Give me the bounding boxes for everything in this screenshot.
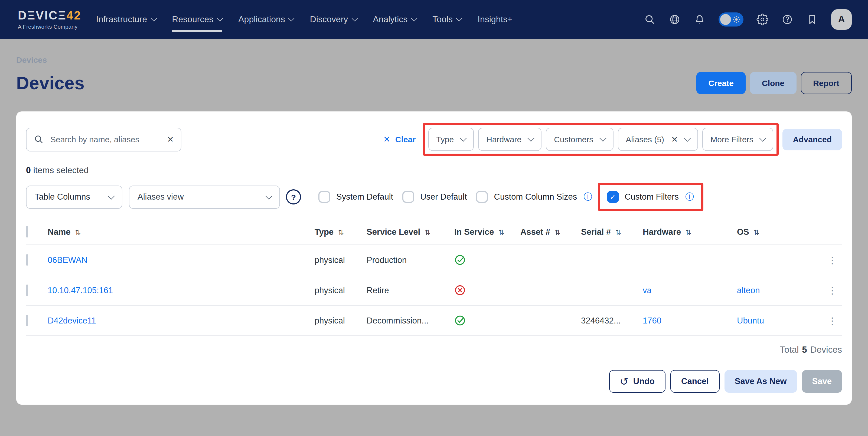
filter-aliases[interactable]: Aliases (5)✕ bbox=[618, 128, 698, 151]
filter-more[interactable]: More Filters bbox=[702, 128, 773, 151]
toggle-knob bbox=[720, 14, 731, 25]
filter-type[interactable]: Type bbox=[428, 128, 474, 151]
sun-icon bbox=[731, 14, 742, 25]
menu-insights[interactable]: Insights+ bbox=[477, 14, 513, 24]
menu-discovery[interactable]: Discovery bbox=[310, 14, 356, 24]
selected-count: 0 bbox=[26, 166, 31, 175]
device-os-link[interactable]: alteon bbox=[737, 286, 823, 295]
total-count: 5 bbox=[802, 344, 807, 355]
chevron-down-icon bbox=[760, 135, 766, 141]
gear-icon[interactable] bbox=[756, 13, 768, 26]
advanced-button[interactable]: Advanced bbox=[783, 129, 842, 150]
column-header-serial[interactable]: Serial #⇅ bbox=[581, 227, 643, 237]
system-default-checkbox[interactable] bbox=[318, 191, 330, 203]
row-menu-icon[interactable]: ⋮ bbox=[823, 285, 842, 296]
search-icon[interactable] bbox=[644, 13, 656, 26]
sort-icon[interactable]: ⇅ bbox=[75, 228, 81, 236]
bookmark-icon[interactable] bbox=[806, 13, 818, 26]
device-os-link[interactable]: Ubuntu bbox=[737, 316, 823, 325]
column-header-hardware[interactable]: Hardware⇅ bbox=[643, 227, 737, 237]
remove-filter-icon[interactable]: ✕ bbox=[671, 135, 678, 143]
sort-icon[interactable]: ⇅ bbox=[338, 228, 344, 236]
card-footer-actions: ↺Undo Cancel Save As New Save bbox=[26, 370, 842, 393]
custom-column-sizes-checkbox[interactable] bbox=[476, 191, 488, 203]
menu-tools[interactable]: Tools bbox=[432, 14, 461, 24]
filter-customers[interactable]: Customers bbox=[546, 128, 613, 151]
device-name-link[interactable]: 10.10.47.105:161 bbox=[48, 286, 315, 295]
search-input[interactable] bbox=[49, 134, 162, 144]
create-button[interactable]: Create bbox=[696, 72, 746, 94]
device-service-level: Retire bbox=[367, 286, 454, 295]
chevron-down-icon bbox=[217, 15, 223, 22]
theme-toggle[interactable] bbox=[718, 12, 743, 27]
undo-icon: ↺ bbox=[620, 375, 628, 387]
app-root: DΞVICΞ42 A Freshworks Company Infrastruc… bbox=[0, 0, 868, 436]
menu-applications[interactable]: Applications bbox=[238, 14, 294, 24]
view-select-dropdown[interactable]: Aliases view bbox=[129, 185, 280, 208]
help-circle-icon[interactable]: ? bbox=[286, 189, 301, 204]
help-icon[interactable] bbox=[781, 13, 793, 26]
info-icon[interactable]: ⓘ bbox=[685, 193, 694, 201]
chevron-down-icon bbox=[351, 15, 358, 22]
row-checkbox[interactable] bbox=[26, 284, 28, 296]
sort-icon[interactable]: ⇅ bbox=[753, 228, 760, 236]
column-header-os[interactable]: OS⇅ bbox=[737, 227, 823, 237]
device-service-level: Decommission... bbox=[367, 316, 454, 325]
row-checkbox[interactable] bbox=[26, 254, 28, 265]
devices-table: Name⇅ Type⇅ Service Level⇅ In Service⇅ A… bbox=[26, 220, 842, 336]
row-menu-icon[interactable]: ⋮ bbox=[823, 255, 842, 265]
save-button[interactable]: Save bbox=[802, 370, 842, 393]
top-nav: DΞVICΞ42 A Freshworks Company Infrastruc… bbox=[0, 0, 868, 39]
devices-card: ✕ ✕ Clear Type Hardware Customers Aliase… bbox=[16, 111, 852, 405]
device42-logo[interactable]: DΞVICΞ42 A Freshworks Company bbox=[18, 9, 82, 30]
chevron-down-icon bbox=[684, 135, 691, 141]
report-button[interactable]: Report bbox=[801, 72, 852, 94]
total-devices: Total 5 Devices bbox=[26, 344, 842, 355]
table-columns-dropdown[interactable]: Table Columns bbox=[26, 185, 122, 208]
column-header-type[interactable]: Type⇅ bbox=[315, 227, 367, 237]
sort-icon[interactable]: ⇅ bbox=[425, 228, 431, 236]
clone-button[interactable]: Clone bbox=[750, 72, 796, 94]
device-hardware-link[interactable]: va bbox=[643, 286, 737, 295]
brand-accent: 42 bbox=[67, 8, 82, 22]
column-header-asset[interactable]: Asset #⇅ bbox=[520, 227, 581, 237]
clear-search-icon[interactable]: ✕ bbox=[167, 135, 174, 143]
row-checkbox[interactable] bbox=[26, 314, 28, 326]
bell-icon[interactable] bbox=[694, 13, 706, 26]
user-default-checkbox[interactable] bbox=[402, 191, 414, 203]
table-row: D42device11 physical Decommission... 324… bbox=[26, 306, 842, 336]
main-menu: Infrastructure Resources Applications Di… bbox=[96, 14, 513, 24]
sort-icon[interactable]: ⇅ bbox=[685, 228, 691, 236]
chevron-down-icon bbox=[151, 15, 157, 22]
chevron-down-icon bbox=[108, 192, 115, 199]
save-as-new-button[interactable]: Save As New bbox=[724, 370, 797, 393]
device-name-link[interactable]: 06BEWAN bbox=[48, 255, 315, 265]
column-header-name[interactable]: Name⇅ bbox=[48, 227, 315, 237]
filter-hardware[interactable]: Hardware bbox=[478, 128, 541, 151]
breadcrumb: Devices bbox=[16, 55, 852, 64]
chevron-down-icon bbox=[460, 135, 466, 141]
menu-analytics[interactable]: Analytics bbox=[373, 14, 416, 24]
menu-resources[interactable]: Resources bbox=[172, 14, 222, 24]
device-hardware-link[interactable]: 1760 bbox=[643, 316, 737, 325]
column-header-in-service[interactable]: In Service⇅ bbox=[454, 227, 520, 237]
user-avatar[interactable]: A bbox=[831, 9, 852, 30]
sort-icon[interactable]: ⇅ bbox=[555, 228, 560, 236]
title-row: Devices Create Clone Report bbox=[16, 72, 852, 94]
undo-button[interactable]: ↺Undo bbox=[609, 370, 665, 393]
info-icon[interactable]: ⓘ bbox=[584, 193, 592, 201]
custom-filters-checkbox[interactable] bbox=[607, 191, 619, 203]
chevron-down-icon bbox=[528, 135, 534, 141]
globe-icon[interactable] bbox=[669, 13, 681, 26]
sort-icon[interactable]: ⇅ bbox=[498, 228, 504, 236]
menu-infrastructure[interactable]: Infrastructure bbox=[96, 14, 156, 24]
nav-utilities: A bbox=[644, 9, 852, 30]
device-name-link[interactable]: D42device11 bbox=[48, 316, 315, 325]
cancel-button[interactable]: Cancel bbox=[670, 370, 720, 393]
device-type: physical bbox=[315, 255, 367, 265]
row-menu-icon[interactable]: ⋮ bbox=[823, 315, 842, 326]
clear-filters-button[interactable]: ✕ Clear bbox=[383, 135, 415, 144]
select-all-checkbox[interactable] bbox=[26, 226, 28, 237]
sort-icon[interactable]: ⇅ bbox=[615, 228, 621, 236]
column-header-service-level[interactable]: Service Level⇅ bbox=[367, 227, 454, 237]
